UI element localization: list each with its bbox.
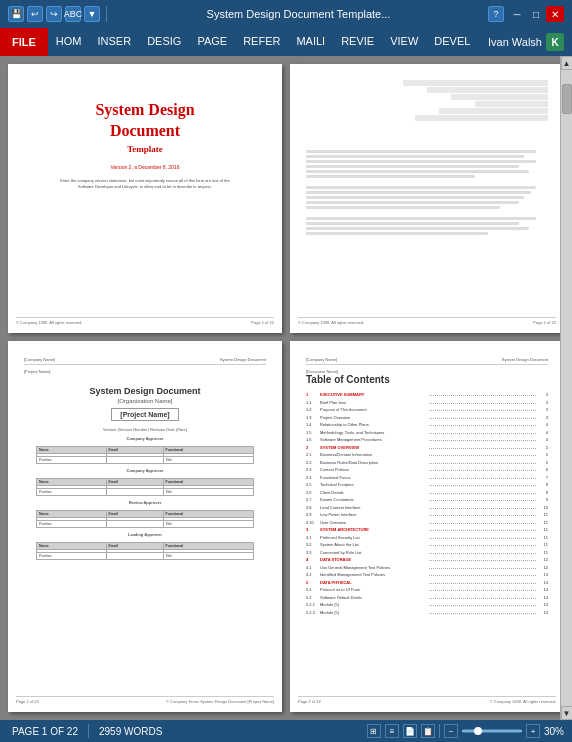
toc-page: 11 <box>538 542 548 547</box>
save-icon[interactable]: 💾 <box>8 6 24 22</box>
row-position: Position <box>37 489 106 496</box>
toc-num: 2.6 <box>306 490 320 495</box>
title-bar: 💾 ↩ ↪ ABC ▼ System Design Document Templ… <box>0 0 572 28</box>
footer-left: © Company 1990. All rights reserved. <box>16 320 82 325</box>
toc-item: 2.1 Business/Domain Information 5 <box>306 451 548 457</box>
page-2-thumbnail[interactable]: © Company 1990. All rights reserved. Pag… <box>290 64 564 333</box>
row-position: Position <box>37 457 106 464</box>
toc-label: Module (5) <box>320 602 427 607</box>
toc-dots <box>429 586 536 591</box>
row-title: Title <box>163 457 253 464</box>
toc-page: 7 <box>538 475 548 480</box>
tab-developer[interactable]: DEVEL <box>426 28 478 56</box>
maximize-button[interactable]: □ <box>527 6 545 22</box>
header-doc-type: System Design Document <box>220 357 266 362</box>
text-line <box>306 155 524 158</box>
toc-num: 2.1 <box>306 452 320 457</box>
row-title: Title <box>163 521 253 528</box>
toc-page: 11 <box>538 520 548 525</box>
row-title: Title <box>163 489 253 496</box>
zoom-out-button[interactable]: − <box>444 724 458 738</box>
tab-insert[interactable]: INSER <box>90 28 140 56</box>
text-line <box>306 165 519 168</box>
toc-dots <box>429 534 536 539</box>
help-icon[interactable]: ? <box>488 6 504 22</box>
page2-footer: © Company 1990. All rights reserved. Pag… <box>298 317 556 325</box>
quick-access[interactable]: ▼ <box>84 6 100 22</box>
col-name: Name <box>37 447 106 454</box>
redo-icon[interactable]: ↪ <box>46 6 62 22</box>
zoom-slider[interactable] <box>462 729 522 733</box>
tab-review[interactable]: REVIE <box>333 28 382 56</box>
toc-label: Business Rules/Data Description <box>320 460 427 465</box>
toc-num: 2.8 <box>306 505 320 510</box>
window-title: System Design Document Template... <box>113 8 484 20</box>
page-1-thumbnail[interactable]: System Design Document Template Version … <box>8 64 282 333</box>
view-icon-3[interactable]: 📄 <box>403 724 417 738</box>
toc-page: 3 <box>538 400 548 405</box>
tab-page[interactable]: PAGE <box>189 28 235 56</box>
toc-dots <box>429 571 536 576</box>
toc-label: Identified Management/ Test Policies <box>320 572 427 577</box>
col-email: Email <box>106 479 163 486</box>
view-icon-2[interactable]: ≡ <box>385 724 399 738</box>
toc-num: 4 <box>306 557 320 562</box>
toc-num: 3.1 <box>306 535 320 540</box>
row-empty <box>106 489 163 496</box>
zoom-track <box>462 730 522 732</box>
tab-references[interactable]: REFER <box>235 28 288 56</box>
toc-label: Project Overview <box>320 415 427 420</box>
page-3-thumbnail[interactable]: [Company Name] System Design Document [P… <box>8 341 282 712</box>
toc-label: Brief Plan Item <box>320 400 427 405</box>
toc-num: 3.3 <box>306 550 320 555</box>
tab-mailings[interactable]: MAILI <box>288 28 333 56</box>
tab-view[interactable]: VIEW <box>382 28 426 56</box>
toc-dots <box>429 436 536 441</box>
footer-right: Page 1 of 22 <box>251 320 274 325</box>
toc-item: 1.6 Software Management Procedures 4 <box>306 436 548 442</box>
view-icon-4[interactable]: 📋 <box>421 724 435 738</box>
toc-label: SYSTEM OVERVIEW <box>320 445 427 450</box>
toc-label: Known Constraints <box>320 497 427 502</box>
scroll-down-button[interactable]: ▼ <box>561 706 573 720</box>
toc-label: Software Default Divide <box>320 595 427 600</box>
close-button[interactable]: ✕ <box>546 6 564 22</box>
zoom-in-button[interactable]: + <box>526 724 540 738</box>
undo-icon[interactable]: ↩ <box>27 6 43 22</box>
header-line-5 <box>439 108 548 114</box>
scroll-thumb[interactable] <box>562 84 572 114</box>
spell-icon[interactable]: ABC <box>65 6 81 22</box>
project-name: [Project Name] <box>111 408 178 421</box>
zoom-thumb[interactable] <box>474 727 482 735</box>
minimize-button[interactable]: ─ <box>508 6 526 22</box>
row-position: Position <box>37 521 106 528</box>
toc-page: 11 <box>538 512 548 517</box>
view-icon-1[interactable]: ⊞ <box>367 724 381 738</box>
vertical-scrollbar[interactable]: ▲ ▼ <box>560 56 572 720</box>
user-avatar: K <box>546 33 564 51</box>
toc-num: 2.2 <box>306 460 320 465</box>
toc-item: 4.2 Identified Management/ Test Policies… <box>306 571 548 577</box>
page-4-thumbnail[interactable]: [Company Name] System Design Document [D… <box>290 341 564 712</box>
col-name: Name <box>37 479 106 486</box>
text-line <box>306 160 536 163</box>
header-line-6 <box>415 115 548 121</box>
tab-file[interactable]: FILE <box>0 28 48 56</box>
toc-dots <box>429 481 536 486</box>
tab-design[interactable]: DESIG <box>139 28 189 56</box>
toc-dots <box>429 594 536 599</box>
tab-home[interactable]: HOM <box>48 28 90 56</box>
col-functional: Functional <box>163 479 253 486</box>
ribbon-tabs: FILE HOM INSER DESIG PAGE REFER MAILI RE… <box>0 28 572 56</box>
page4-header: [Company Name] System Design Document <box>306 357 548 365</box>
toc-item: 3 SYSTEM ARCHITECTURE 11 <box>306 526 548 532</box>
toc-dots <box>429 459 536 464</box>
toc-page: 6 <box>538 467 548 472</box>
user-menu[interactable]: Ivan Walsh K <box>480 28 572 56</box>
toc-num: 3 <box>306 527 320 532</box>
review-approver-label: Review Approver <box>129 500 162 505</box>
toc-item: 4.1 Use General Management Test Policies… <box>306 564 548 570</box>
toc-dots <box>429 519 536 524</box>
scroll-up-button[interactable]: ▲ <box>561 56 573 70</box>
toc-label: SYSTEM ARCHITECTURE <box>320 527 427 532</box>
